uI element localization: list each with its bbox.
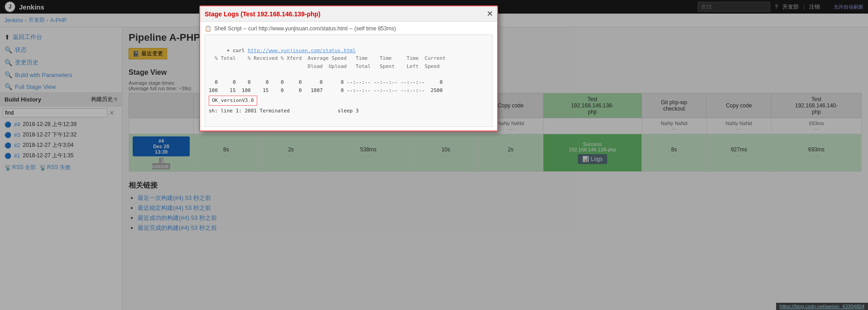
terminated-line: sh: line 1: 2001 Terminated sleep 3 [209, 108, 359, 114]
curl-data-row1: 0 0 0 0 0 0 0 0 --:--:-- --:--:-- --:--:… [209, 79, 443, 85]
shell-icon: 📋 [205, 25, 211, 32]
modal-shell-line: 📋 Shell Script -- curl http://www.yunjis… [205, 25, 493, 32]
curl-data-row2: 100 15 100 15 0 0 1807 0 --:--:-- --:--:… [209, 87, 443, 93]
modal-title: Stage Logs (Test 192.168.146.139-php) [205, 10, 321, 18]
modal-log-content: + curl http://www.yunjisuan.com/status.h… [205, 34, 493, 127]
curl-table-header: % Total % Received % Xferd Average Speed… [209, 55, 446, 69]
modal-header: Stage Logs (Test 192.168.146.139-php) ✕ [200, 6, 497, 22]
curl-url[interactable]: http://www.yunjisuan.com/status.html [248, 48, 355, 53]
shell-description: Shell Script -- curl http://www.yunjisua… [214, 25, 396, 32]
modal-close-button[interactable]: ✕ [487, 10, 493, 18]
curl-command: + curl [227, 48, 248, 53]
modal-body: 📋 Shell Script -- curl http://www.yunjis… [200, 22, 497, 131]
stage-logs-modal: Stage Logs (Test 192.168.146.139-php) ✕ … [199, 5, 498, 131]
ok-version-box: OK_versionV3.0 [209, 96, 257, 106]
